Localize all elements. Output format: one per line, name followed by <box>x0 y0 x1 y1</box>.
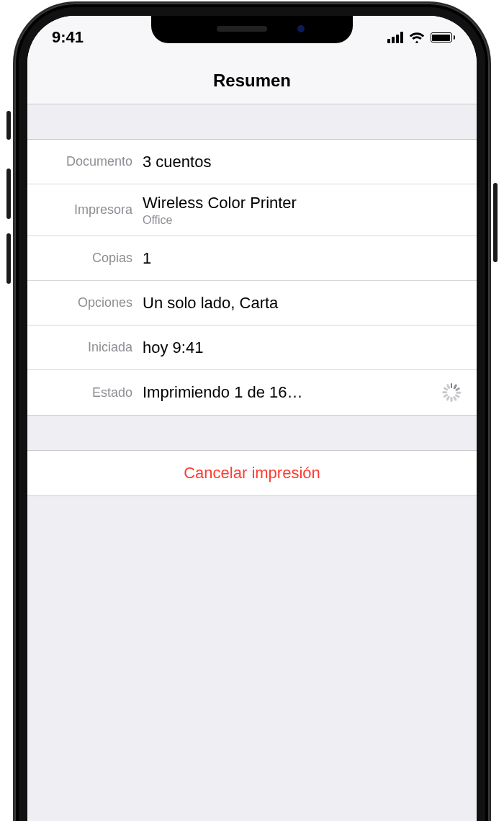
battery-icon <box>431 32 456 42</box>
row-printer: Impresora Wireless Color Printer Office <box>27 184 477 236</box>
volume-down-button <box>6 233 11 284</box>
label-options: Opciones <box>27 295 143 310</box>
value-copies: 1 <box>143 249 461 268</box>
print-summary-list: Documento 3 cuentos Impresora Wireless C… <box>27 139 477 416</box>
label-document: Documento <box>27 154 143 169</box>
mute-switch <box>6 111 11 140</box>
screen: 9:41 Resumen Documento 3 cuentos <box>27 16 477 821</box>
cancel-print-button[interactable]: Cancelar impresión <box>27 451 477 495</box>
spinner-icon <box>442 383 461 402</box>
value-started: hoy 9:41 <box>143 338 461 357</box>
notch <box>151 16 353 43</box>
wifi-icon <box>409 31 425 44</box>
value-printer-location: Office <box>143 214 461 227</box>
page-title: Resumen <box>27 55 477 104</box>
label-printer: Impresora <box>27 202 143 217</box>
cancel-group: Cancelar impresión <box>27 450 477 496</box>
row-document: Documento 3 cuentos <box>27 140 477 184</box>
label-copies: Copias <box>27 251 143 266</box>
row-started: Iniciada hoy 9:41 <box>27 326 477 370</box>
label-status: Estado <box>27 385 143 400</box>
value-document: 3 cuentos <box>143 153 461 171</box>
value-options: Un solo lado, Carta <box>143 294 461 313</box>
volume-up-button <box>6 169 11 219</box>
status-indicators <box>387 31 456 44</box>
earpiece-speaker <box>217 26 267 32</box>
front-camera-icon <box>297 25 305 32</box>
row-options: Opciones Un solo lado, Carta <box>27 281 477 326</box>
power-button <box>493 183 498 262</box>
device-frame: 9:41 Resumen Documento 3 cuentos <box>14 3 490 821</box>
row-copies: Copias 1 <box>27 236 477 281</box>
row-status: Estado Imprimiendo 1 de 16… <box>27 370 477 415</box>
status-time: 9:41 <box>52 28 84 47</box>
cellular-signal-icon <box>387 32 403 43</box>
value-printer-name: Wireless Color Printer <box>143 194 461 212</box>
value-status: Imprimiendo 1 de 16… <box>143 383 303 402</box>
label-started: Iniciada <box>27 340 143 355</box>
